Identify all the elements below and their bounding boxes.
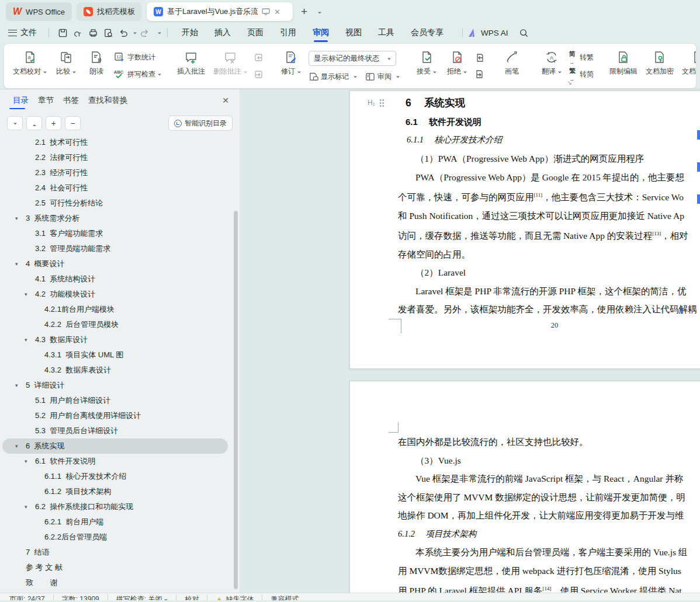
menu-item[interactable]: 视图: [337, 23, 370, 42]
delete-comment-button[interactable]: 删除批注: [209, 47, 251, 78]
markup-state-select[interactable]: 显示标记的最终状态: [309, 51, 396, 66]
toc-expand-arrow-icon[interactable]: ▾: [15, 382, 18, 388]
compare-button[interactable]: 比较: [51, 47, 81, 78]
toc-expand-arrow-icon[interactable]: ▾: [25, 291, 27, 297]
wps-ai-button[interactable]: WPS AI: [481, 29, 508, 37]
redo-button[interactable]: [137, 26, 152, 40]
export-pdf-button[interactable]: [70, 26, 85, 40]
menu-item[interactable]: 引用: [272, 23, 304, 42]
menu-item[interactable]: 页面: [239, 23, 272, 42]
nav-pane-tab[interactable]: 查找和替换: [84, 89, 133, 112]
toc-item[interactable]: ▾ 5 详细设计: [2, 378, 228, 393]
toc-item[interactable]: ▾ 4.3.1 项目实体 UML 图: [2, 347, 228, 363]
document-page-21[interactable]: 在国内外都是比较流行的，社区支持也比较好。 （3）Vue.js Vue 框架是非…: [349, 381, 700, 593]
to-simplified-button[interactable]: 繁→ 转简: [569, 68, 594, 81]
menu-item[interactable]: 插入: [206, 23, 239, 42]
compatibility-mode-indicator[interactable]: 兼容模式: [271, 594, 299, 600]
toc-item[interactable]: ▾ 5.2 用户前台离线使用详细设计: [2, 408, 228, 423]
word-count-indicator[interactable]: 字数: 13909: [62, 594, 99, 600]
toc-item[interactable]: ▾ 6.1 软件开发说明: [2, 454, 228, 469]
smart-toc-button[interactable]: 智能识别目录: [168, 116, 233, 131]
toc-item[interactable]: ▾ 6.1.2 项目技术架构: [2, 484, 228, 499]
heading-level-badge[interactable]: H₁: [368, 99, 384, 107]
next-comment-icon[interactable]: [252, 68, 265, 80]
show-markup-button[interactable]: 显示标记: [309, 70, 357, 83]
toc-item[interactable]: ▾ 3 系统需求分析: [2, 211, 228, 226]
toc-item[interactable]: ▾ 6 系统实现: [2, 439, 228, 454]
toc-item[interactable]: ▾ 5.1 用户前台详细设计: [2, 393, 228, 408]
zoom-out-outline-button[interactable]: −: [65, 116, 81, 130]
proofing-status[interactable]: 校对: [185, 594, 199, 600]
toc-item[interactable]: ▾ 4.3 数据库设计: [2, 332, 228, 347]
menu-item[interactable]: 开始: [174, 23, 206, 42]
toc-item[interactable]: ▾ 3.1 客户端功能需求: [2, 226, 228, 241]
review-pane-button[interactable]: 审阅: [365, 70, 400, 83]
page-indicator[interactable]: 页面: 24/37: [9, 594, 45, 600]
missing-font-warning[interactable]: 缺失字体: [216, 594, 254, 600]
toc-item[interactable]: ▾ 4 概要设计: [2, 256, 228, 272]
toc-item[interactable]: ▾ 3.2 管理员端功能需求: [2, 241, 228, 256]
toc-expand-arrow-icon[interactable]: ▾: [25, 458, 27, 464]
tab-wps-office[interactable]: W WPS Office: [6, 2, 72, 21]
translate-button[interactable]: A 翻译: [536, 47, 567, 78]
insert-comment-button[interactable]: 插入批注: [173, 47, 209, 78]
doc-proofing-button[interactable]: a 文档校对: [9, 47, 51, 78]
drag-handle-icon[interactable]: [379, 99, 384, 107]
expand-all-button[interactable]: [7, 116, 23, 130]
next-change-icon[interactable]: [473, 68, 486, 80]
save-button[interactable]: [55, 26, 70, 40]
document-canvas[interactable]: H₁ 6 系统实现 6.1 软件开发说明 6.1.1 核心开发技术介绍 （1）P…: [240, 89, 700, 593]
toc-expand-arrow-icon[interactable]: ▾: [25, 337, 27, 343]
collapse-all-button[interactable]: [26, 116, 42, 130]
new-tab-button[interactable]: +: [297, 5, 311, 18]
enter-mobile-view-icon[interactable]: [262, 8, 270, 15]
zoom-in-outline-button[interactable]: +: [46, 116, 61, 130]
toc-item[interactable]: ▾ 2.2 法律可行性: [2, 150, 228, 165]
sidebar-scrollbar[interactable]: [234, 211, 238, 589]
accept-changes-button[interactable]: 接受: [411, 47, 442, 78]
toc-item[interactable]: ▾ 6.2.2后台管理员端: [2, 530, 228, 545]
restrict-editing-button[interactable]: 限制编辑: [605, 47, 642, 78]
spell-check-button[interactable]: ABC 拼写检查: [114, 68, 161, 81]
toc-item[interactable]: ▾ 4.2 功能模块设计: [2, 287, 228, 302]
ink-brush-button[interactable]: 画笔: [497, 47, 527, 78]
toc-expand-arrow-icon[interactable]: ▾: [15, 443, 18, 449]
toc-item[interactable]: ▾ 6.2.1 前台用户端: [2, 514, 228, 530]
previous-comment-icon[interactable]: [252, 52, 265, 64]
track-changes-button[interactable]: 修订: [276, 47, 306, 78]
toc-item[interactable]: ▾ 参 考 文 献: [2, 560, 228, 575]
encrypt-document-button[interactable]: 文档加密: [642, 47, 678, 78]
close-tab-icon[interactable]: ✕: [274, 8, 280, 16]
toc-item[interactable]: ▾ 7 结语: [2, 545, 228, 560]
toc-item[interactable]: ▾ 2.5 可行性分析结论: [2, 196, 228, 211]
toc-item[interactable]: ▾ 6.1.1 核心开发技术介绍: [2, 469, 228, 484]
word-count-button[interactable]: 12 字数统计: [114, 51, 161, 64]
nav-pane-tab[interactable]: 目录: [8, 89, 33, 112]
document-page-20[interactable]: H₁ 6 系统实现 6.1 软件开发说明 6.1.1 核心开发技术介绍 （1）P…: [349, 91, 700, 369]
print-preview-button[interactable]: [101, 26, 116, 40]
menu-item[interactable]: 会员专享: [403, 23, 452, 42]
toc-expand-arrow-icon[interactable]: ▾: [15, 215, 18, 221]
toc-item[interactable]: ▾ 2.1 技术可行性: [2, 135, 228, 150]
quick-access-chevron-icon[interactable]: [158, 32, 161, 36]
print-button[interactable]: [85, 26, 101, 40]
toc-expand-arrow-icon[interactable]: ▾: [15, 261, 18, 267]
previous-change-icon[interactable]: [473, 52, 486, 64]
group-expand-icon[interactable]: ↘: [567, 79, 572, 86]
toc-item[interactable]: ▾ 4.1 系统结构设计: [2, 272, 228, 287]
reject-changes-button[interactable]: 拒绝: [442, 47, 472, 78]
search-icon[interactable]: [517, 26, 532, 40]
toc-item[interactable]: ▾ 4.2.1前台用户端模块: [2, 302, 228, 317]
nav-pane-tab[interactable]: 章节: [33, 89, 58, 112]
file-menu[interactable]: 文件: [20, 27, 37, 38]
undo-button[interactable]: [116, 26, 131, 40]
tab-current-document[interactable]: W 基于Laravel与Vue.js音乐流媒 ✕: [147, 2, 293, 21]
nav-pane-tab[interactable]: 书签: [58, 89, 84, 112]
menu-item[interactable]: 审阅: [304, 23, 337, 42]
toc-item[interactable]: ▾ 2.3 经济可行性: [2, 165, 228, 180]
menu-item[interactable]: 工具: [370, 23, 403, 42]
toc-item[interactable]: ▾ 2.4 社会可行性: [2, 180, 228, 196]
finalize-document-button[interactable]: 文档定稿: [678, 47, 696, 78]
toc-expand-arrow-icon[interactable]: ▾: [25, 504, 27, 510]
tab-list-chevron-icon[interactable]: [316, 8, 321, 15]
